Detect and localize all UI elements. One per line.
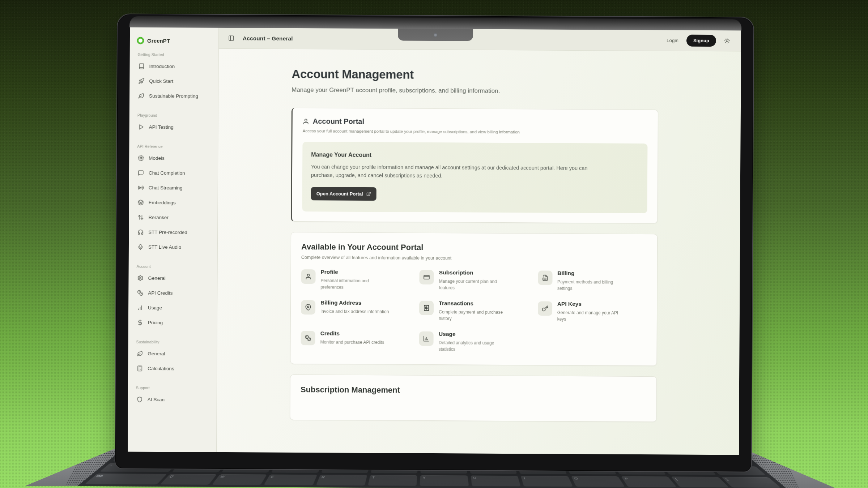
keyboard-key-: ]: [721, 477, 781, 488]
coins-icon: [137, 290, 143, 296]
signup-button[interactable]: Signup: [686, 35, 716, 47]
feature-item-api-keys: API KeysGenerate and manage your API key…: [538, 301, 647, 323]
sidebar-item-label: API Credits: [148, 290, 173, 296]
sidebar-toggle-icon[interactable]: [228, 35, 234, 41]
feature-description: Complete payment and purchase history: [439, 309, 509, 322]
coins-icon: [305, 335, 311, 342]
sidebar-item-sustainable-prompting[interactable]: Sustainable Prompting: [137, 89, 212, 104]
sidebar-item-label: General: [148, 275, 165, 281]
sidebar-item-label: STT Live Audio: [148, 244, 181, 250]
sidebar-item-label: AI Scan: [148, 397, 165, 402]
feature-title: Profile: [321, 269, 391, 276]
feature-title: API Keys: [557, 301, 628, 308]
sidebar: GreenPT Getting StartedIntroductionQuick…: [128, 27, 219, 452]
keyboard-key-tab: tab: [85, 474, 167, 484]
logo[interactable]: GreenPT: [137, 35, 212, 47]
sidebar-item-models[interactable]: Models: [136, 151, 211, 166]
login-link[interactable]: Login: [667, 38, 678, 43]
sidebar-item-quick-start[interactable]: Quick Start: [137, 74, 212, 89]
sidebar-item-label: Introduction: [149, 64, 175, 69]
feature-icon-tile: [301, 300, 315, 314]
feature-description: Detailed analytics and usage statistics: [439, 339, 509, 353]
manage-account-title: Manage Your Account: [311, 151, 639, 160]
feature-title: Credits: [320, 330, 384, 337]
feature-description: Monitor and purchase API credits: [320, 339, 384, 346]
sidebar-item-label: API Testing: [149, 124, 174, 130]
keyboard-key-y: Y: [420, 475, 469, 486]
sidebar-item-introduction[interactable]: Introduction: [137, 59, 212, 74]
dollar-icon: [137, 320, 143, 326]
user-icon: [305, 274, 311, 280]
keyboard-key-p: P: [621, 476, 677, 487]
feature-description: Generate and manage your API keys: [557, 309, 628, 323]
keyboard-row: tabQWERTYUIOP[]: [85, 474, 781, 488]
user-icon: [303, 118, 309, 125]
feature-item-profile: ProfilePersonal information and preferen…: [301, 269, 410, 291]
sidebar-item-general[interactable]: General: [136, 271, 210, 286]
sidebar-item-ai-scan[interactable]: AI Scan: [135, 392, 210, 407]
sidebar-item-embeddings[interactable]: Embeddings: [136, 195, 211, 210]
sidebar-section-label-support: Support: [136, 386, 210, 390]
sidebar-item-stt-pre-recorded[interactable]: STT Pre-recorded: [136, 225, 211, 240]
portal-features-card: Available in Your Account Portal Complet…: [290, 232, 658, 366]
feature-item-transactions: TransactionsComplete payment and purchas…: [419, 301, 528, 322]
open-account-portal-button[interactable]: Open Account Portal: [311, 187, 376, 201]
sidebar-section-label-api-reference: API Reference: [137, 144, 211, 149]
sidebar-item-chat-completion[interactable]: Chat Completion: [136, 166, 211, 181]
subscription-management-title: Subscription Management: [301, 385, 646, 396]
shield-icon: [137, 397, 143, 403]
feature-description: Payment methods and billing settings: [557, 279, 628, 292]
feature-icon-tile: [538, 271, 552, 285]
sidebar-item-label: Chat Streaming: [149, 185, 183, 191]
cpu-icon: [138, 155, 144, 161]
page-subtitle: Manage your GreenPT account profile, sub…: [292, 86, 658, 95]
sidebar-item-label: Reranker: [148, 215, 169, 220]
sidebar-section-label-sustainability: Sustainability: [136, 340, 210, 344]
chat-icon: [138, 170, 144, 176]
features-title: Available in Your Account Portal: [301, 242, 647, 253]
sidebar-item-general[interactable]: General: [135, 346, 210, 361]
feature-title: Subscription: [439, 269, 510, 276]
feature-item-credits: CreditsMonitor and purchase API credits: [301, 331, 410, 352]
sidebar-item-label: Embeddings: [149, 200, 176, 205]
sidebar-item-calculations[interactable]: Calculations: [135, 361, 210, 376]
features-subtitle: Complete overview of all features and in…: [301, 255, 647, 262]
sidebar-item-label: Usage: [148, 305, 162, 311]
chart-column-icon: [423, 335, 430, 342]
page-title: Account Management: [292, 67, 658, 83]
sidebar-item-usage[interactable]: Usage: [136, 300, 210, 316]
external-link-icon: [366, 192, 371, 196]
sidebar-item-chat-streaming[interactable]: Chat Streaming: [136, 180, 211, 196]
feature-item-subscription: SubscriptionManage your current plan and…: [420, 270, 529, 292]
feature-title: Usage: [439, 331, 509, 338]
calculator-icon: [137, 365, 143, 372]
manage-account-body: You can change your profile information …: [311, 163, 588, 181]
feature-title: Transactions: [439, 300, 509, 307]
bar-chart-icon: [137, 305, 143, 311]
keyboard-key-e: E: [264, 475, 317, 485]
topbar-actions: Login Signup: [667, 34, 730, 47]
sidebar-item-reranker[interactable]: Reranker: [136, 210, 211, 225]
account-portal-title: Account Portal: [313, 117, 364, 126]
sun-icon[interactable]: [724, 38, 730, 44]
content-scroll-area[interactable]: Account Management Manage your GreenPT a…: [217, 49, 741, 455]
leaf-icon: [138, 93, 144, 99]
open-account-portal-label: Open Account Portal: [316, 191, 363, 197]
feature-description: Personal information and preferences: [320, 278, 391, 291]
sidebar-item-api-credits[interactable]: API Credits: [136, 286, 210, 301]
feature-icon-tile: [419, 331, 434, 346]
sidebar-item-stt-live-audio[interactable]: STT Live Audio: [136, 240, 211, 255]
sidebar-nav: Getting StartedIntroductionQuick StartSu…: [135, 52, 212, 407]
gear-icon: [137, 275, 143, 281]
feature-icon-tile: [301, 331, 315, 345]
sidebar-item-label: Sustainable Prompting: [149, 93, 198, 99]
sidebar-item-label: Chat Completion: [149, 170, 185, 176]
greenpt-logo-icon: [137, 37, 144, 44]
feature-icon-tile: [419, 301, 434, 315]
leaf-icon: [137, 351, 143, 357]
keyboard-key-o: O: [571, 476, 625, 487]
sidebar-section-label-getting-started: Getting Started: [138, 52, 212, 57]
sidebar-item-pricing[interactable]: Pricing: [136, 315, 210, 330]
sidebar-item-api-testing[interactable]: API Testing: [137, 120, 212, 135]
layers-icon: [138, 200, 144, 206]
